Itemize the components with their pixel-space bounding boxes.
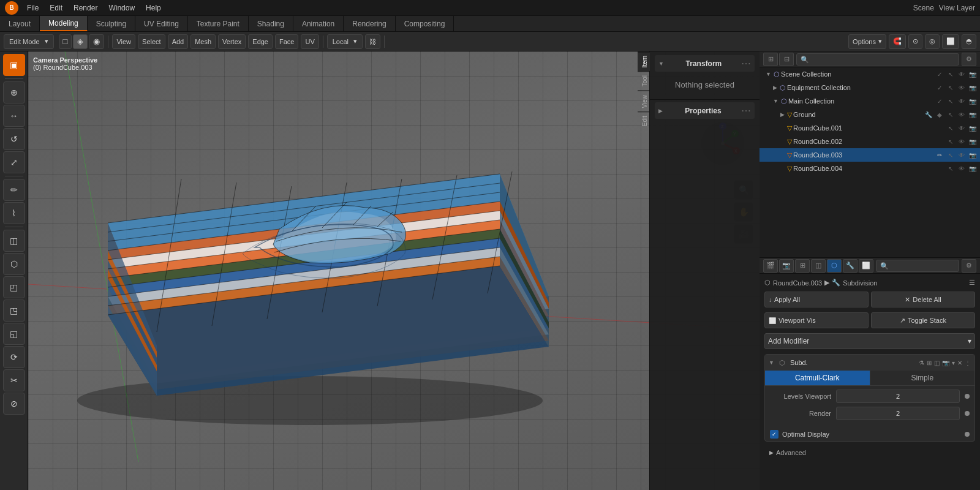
- proportional-btn[interactable]: ⊙: [908, 34, 922, 49]
- mod-icon-render[interactable]: 📷: [942, 360, 949, 366]
- prop-output-icon[interactable]: ⊞: [795, 259, 810, 273]
- transform-dropdown[interactable]: Local▾: [327, 34, 363, 49]
- menu-window[interactable]: Window: [104, 2, 140, 13]
- tab-texture-paint[interactable]: Texture Paint: [188, 16, 249, 31]
- ec-cursor[interactable]: ↖: [946, 83, 956, 92]
- ec-eye[interactable]: 👁: [957, 83, 967, 92]
- mod-icon-display2[interactable]: ◫: [934, 360, 940, 366]
- scene-collection-camera[interactable]: 📷: [968, 69, 978, 79]
- prop-object-icon[interactable]: ⬡: [827, 259, 842, 273]
- rc001-cursor[interactable]: ↖: [946, 123, 956, 133]
- tab-rendering[interactable]: Rendering: [344, 16, 395, 31]
- move-tool[interactable]: ↔: [3, 105, 25, 127]
- outliner-filter-btn[interactable]: ⚙: [962, 53, 976, 66]
- overlay-btn[interactable]: ◎: [925, 34, 940, 49]
- bisect-tool[interactable]: ⊘: [3, 393, 25, 415]
- tree-item-scene-collection[interactable]: ▼ ⬡ Scene Collection ✓ ↖ 👁 📷: [760, 67, 980, 81]
- g-cursor[interactable]: ↖: [946, 110, 956, 119]
- xray-btn[interactable]: ⬜: [942, 34, 959, 49]
- tab-shading[interactable]: Shading: [249, 16, 293, 31]
- tree-item-equipment-collection[interactable]: ▶ ⬡ Equipment Collection ✓ ↖ 👁 📷: [760, 81, 980, 94]
- side-tab-tool[interactable]: Tool: [638, 71, 650, 90]
- mod-dots-icon[interactable]: ⋮: [965, 360, 971, 366]
- vertex-button[interactable]: Vertex: [218, 34, 246, 49]
- outliner-icon-1[interactable]: ⊞: [763, 53, 778, 66]
- tree-item-roundcube003[interactable]: ▶ ▽ RoundCube.003 ✏ ↖ 👁 📷: [760, 148, 980, 162]
- rc003-pencil[interactable]: ✏: [935, 150, 944, 160]
- mc-check[interactable]: ✓: [935, 96, 944, 106]
- annotate-tool[interactable]: ✏: [3, 179, 25, 201]
- bevel-tool[interactable]: ◰: [3, 276, 25, 298]
- mod-icon-filter[interactable]: ⚗: [919, 360, 924, 366]
- scene-collection-eye[interactable]: 👁: [957, 69, 967, 79]
- mod-toggle-icon[interactable]: ▾: [952, 360, 955, 366]
- render-value[interactable]: 2: [836, 407, 960, 420]
- toolbar-icon-btn-1[interactable]: □: [59, 34, 72, 49]
- uv-button[interactable]: UV: [301, 34, 318, 49]
- g-diamond[interactable]: ◆: [935, 110, 944, 119]
- tree-item-roundcube001[interactable]: ▶ ▽ RoundCube.001 ↖ 👁 📷: [760, 121, 980, 135]
- add-modifier-button[interactable]: Add Modifier ▾: [764, 333, 975, 349]
- inset-tool[interactable]: ⬡: [3, 253, 25, 275]
- mc-cursor[interactable]: ↖: [946, 96, 956, 106]
- rc003-eye[interactable]: 👁: [957, 150, 967, 160]
- rc004-camera[interactable]: 📷: [968, 164, 978, 173]
- extrude-tool[interactable]: ◫: [3, 230, 25, 252]
- rc002-eye[interactable]: 👁: [957, 137, 967, 146]
- select-button[interactable]: Select: [138, 34, 165, 49]
- rc003-camera[interactable]: 📷: [968, 150, 978, 160]
- tab-modeling[interactable]: Modeling: [40, 16, 88, 31]
- toolbar-icon-btn-3[interactable]: ◉: [89, 34, 104, 49]
- g-camera[interactable]: 📷: [968, 110, 978, 119]
- side-tab-item[interactable]: Item: [638, 51, 650, 71]
- rc002-camera[interactable]: 📷: [968, 137, 978, 146]
- tree-item-main-collection[interactable]: ▼ ⬡ Main Collection ✓ ↖ 👁 📷: [760, 94, 980, 108]
- measure-tool[interactable]: ⌇: [3, 202, 25, 224]
- tab-compositing[interactable]: Compositing: [396, 16, 454, 31]
- mod-icon-display[interactable]: ⊞: [927, 360, 932, 366]
- side-tab-edit[interactable]: Edit: [638, 111, 650, 130]
- menu-render[interactable]: Render: [69, 2, 102, 13]
- scene-collection-check[interactable]: ✓: [935, 69, 944, 79]
- spin-tool[interactable]: ⟳: [3, 346, 25, 368]
- delete-all-button[interactable]: ✕ Delete All: [871, 292, 975, 307]
- scale-tool[interactable]: ⤢: [3, 151, 25, 173]
- toolbar-icon-btn-2[interactable]: ◈: [73, 34, 88, 49]
- props-search[interactable]: [876, 260, 959, 272]
- rc003-cursor[interactable]: ↖: [946, 150, 956, 160]
- prop-render-icon[interactable]: 📷: [779, 259, 794, 273]
- mc-camera[interactable]: 📷: [968, 96, 978, 106]
- g-eye[interactable]: 👁: [957, 110, 967, 119]
- face-button[interactable]: Face: [275, 34, 298, 49]
- rc004-eye[interactable]: 👁: [957, 164, 967, 173]
- toolbar-chain-btn[interactable]: ⛓: [365, 34, 380, 49]
- simple-tab[interactable]: Simple: [870, 371, 975, 385]
- tree-item-ground[interactable]: ▶ ▽ Ground 🔧 ◆ ↖ 👁 📷: [760, 108, 980, 121]
- properties-header[interactable]: ▶ Properties ⋯: [655, 102, 755, 119]
- outliner-icon-2[interactable]: ⊟: [779, 53, 794, 66]
- prop-modifier-icon[interactable]: 🔧: [843, 259, 858, 273]
- toggle-stack-button[interactable]: ↗ Toggle Stack: [871, 312, 975, 328]
- mesh-button[interactable]: Mesh: [190, 34, 216, 49]
- optimal-display-checkbox[interactable]: ✓: [770, 430, 778, 439]
- scene-collection-cursor[interactable]: ↖: [946, 69, 956, 79]
- side-tab-view[interactable]: View: [638, 91, 650, 112]
- menu-file[interactable]: File: [22, 2, 43, 13]
- tab-uv-editing[interactable]: UV Editing: [135, 16, 188, 31]
- options-button[interactable]: Options▾: [848, 34, 886, 49]
- poly-build-tool[interactable]: ◱: [3, 323, 25, 345]
- mc-eye[interactable]: 👁: [957, 96, 967, 106]
- rc004-cursor[interactable]: ↖: [946, 164, 956, 173]
- outliner-search[interactable]: [796, 53, 959, 66]
- viewport[interactable]: Camera Perspective (0) RoundCube.003 X Y…: [28, 51, 760, 490]
- ec-check[interactable]: ✓: [935, 83, 944, 92]
- prop-view-layer-icon[interactable]: ◫: [811, 259, 826, 273]
- edge-button[interactable]: Edge: [248, 34, 273, 49]
- levels-viewport-value[interactable]: 2: [836, 390, 960, 403]
- tab-layout[interactable]: Layout: [0, 16, 40, 31]
- snapping-btn[interactable]: 🧲: [889, 34, 906, 49]
- rc001-eye[interactable]: 👁: [957, 123, 967, 133]
- transform-panel-header[interactable]: ▼ Transform ⋯: [655, 55, 755, 72]
- loop-cut-tool[interactable]: ◳: [3, 300, 25, 322]
- menu-help[interactable]: Help: [141, 2, 166, 13]
